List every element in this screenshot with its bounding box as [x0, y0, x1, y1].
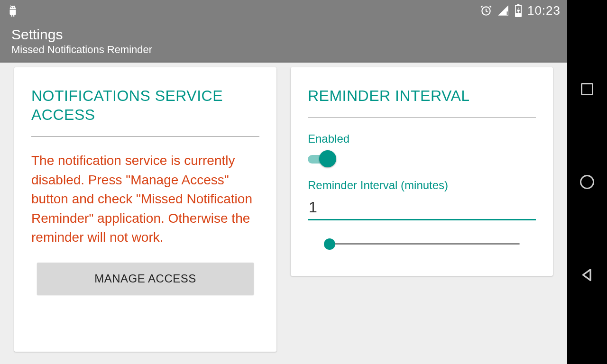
svg-rect-2 [507, 10, 508, 11]
page-subtitle: Missed Notifications Reminder [11, 44, 556, 56]
recent-apps-button[interactable] [578, 80, 597, 99]
card-reminder-interval: REMINDER INTERVAL Enabled Reminder Inter… [291, 67, 553, 276]
battery-icon [514, 4, 523, 17]
status-time: 10:23 [527, 3, 561, 18]
alarm-icon [480, 4, 492, 17]
android-debug-icon [7, 3, 19, 18]
home-button[interactable] [578, 173, 597, 191]
enabled-label: Enabled [308, 132, 536, 146]
svg-rect-1 [507, 11, 508, 15]
interval-input[interactable] [308, 195, 536, 220]
status-bar: 10:23 [0, 0, 567, 21]
card-title: REMINDER INTERVAL [308, 86, 536, 118]
manage-access-button[interactable]: MANAGE ACCESS [37, 263, 254, 295]
card-title: NOTIFICATIONS SERVICE ACCESS [31, 86, 259, 137]
card-notifications-access: NOTIFICATIONS SERVICE ACCESS The notific… [14, 67, 276, 352]
access-warning-text: The notification service is currently di… [31, 151, 259, 247]
content-area: NOTIFICATIONS SERVICE ACCESS The notific… [0, 63, 567, 364]
signal-icon [497, 4, 509, 17]
interval-label: Reminder Interval (minutes) [308, 179, 536, 192]
system-nav-bar [567, 0, 607, 364]
app-bar: Settings Missed Notifications Reminder [0, 21, 567, 63]
interval-slider[interactable] [324, 235, 520, 254]
enabled-switch[interactable] [308, 150, 336, 167]
page-title: Settings [11, 27, 556, 43]
back-button[interactable] [578, 265, 597, 284]
